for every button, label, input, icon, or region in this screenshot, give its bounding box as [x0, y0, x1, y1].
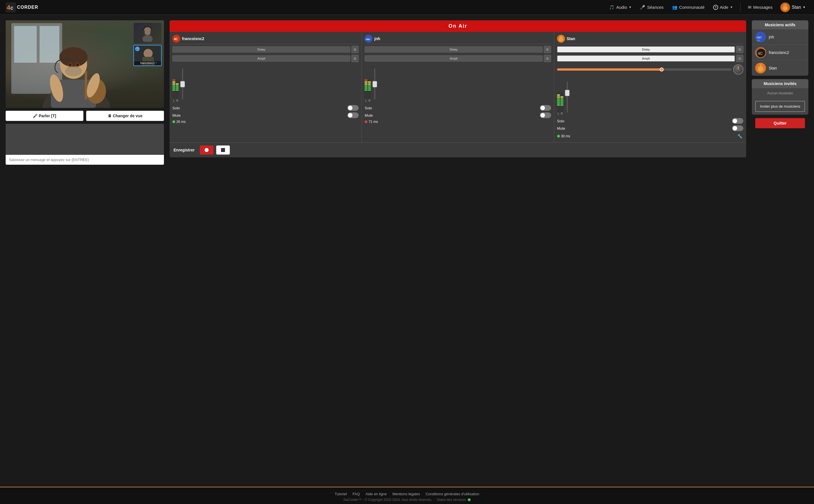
- channel-1-fader[interactable]: [180, 66, 185, 102]
- thumbnail-1[interactable]: [133, 23, 162, 44]
- channel-3-fader[interactable]: [565, 79, 570, 115]
- channel-2-delay-btn[interactable]: Delay: [364, 46, 542, 53]
- channel-1-avatar: 4C: [172, 35, 180, 43]
- channel-3-mute-row: Mute: [557, 125, 743, 131]
- main-content: 🎤 ★☆ francoisnc2 🎤 Parler [T] 🖥 Changer …: [0, 15, 814, 487]
- channel-1-solo-toggle[interactable]: [347, 105, 359, 111]
- footer-link-faq[interactable]: FAQ: [352, 492, 360, 496]
- nav-seances[interactable]: 🎤 Séances: [637, 3, 667, 12]
- channel-1-ampli-gear[interactable]: ⚙: [351, 55, 359, 62]
- vu-col-R3: [561, 78, 563, 112]
- nav-divider: [740, 3, 741, 12]
- channel-3-mute-label: Mute: [557, 126, 565, 131]
- footer-copyright-text: NuCorder™ - © Copyright 2015-2024, tous …: [343, 498, 432, 502]
- channel-2-mute-toggle[interactable]: [540, 112, 551, 118]
- svg-rect-27: [150, 31, 153, 34]
- channel-2-solo-row: Solo: [364, 105, 551, 111]
- invite-musicians-btn[interactable]: Inviter plus de musiciens: [755, 101, 805, 112]
- channel-3-delay-gear[interactable]: ⚙: [736, 46, 743, 53]
- channel-1-mute-toggle[interactable]: [347, 112, 359, 118]
- channel-3-solo-toggle[interactable]: [732, 118, 743, 124]
- channel-3-latency-value: 30 ms: [561, 134, 570, 138]
- change-view-button[interactable]: 🖥 Changer de vue: [86, 111, 164, 121]
- channel-1-ampli-btn[interactable]: Ampli: [172, 55, 350, 62]
- nav-items: 🎵 Audio ▼ 🎤 Séances 👥 Communauté ? Aide …: [606, 1, 808, 13]
- channel-1-solo-handle: [348, 106, 352, 110]
- on-air-bar: On Air: [170, 20, 746, 32]
- active-musicians-title: Musiciens actifs: [752, 20, 808, 29]
- footer-link-conditions[interactable]: Conditions générales d'utilisation: [426, 492, 479, 496]
- record-bar: Enregistrer: [170, 142, 746, 157]
- channel-3-fader-handle[interactable]: [565, 90, 570, 96]
- channel-1-delay-gear[interactable]: ⚙: [351, 46, 359, 53]
- channel-3-ampli-gear[interactable]: ⚙: [736, 55, 743, 62]
- nav-user[interactable]: Stan ▼: [778, 1, 808, 13]
- channel-3-pan-slider[interactable]: [557, 68, 732, 71]
- vu-label-R2: R: [368, 99, 371, 102]
- channel-3-ampli-btn[interactable]: Ampli: [557, 55, 735, 62]
- nav-communaute[interactable]: 👥 Communauté: [669, 3, 708, 12]
- channel-2-ampli-btn[interactable]: Ampli: [364, 55, 542, 62]
- mail-icon: ✉: [748, 5, 752, 10]
- channel-3-header: Stan: [557, 35, 743, 44]
- channel-2-solo-toggle[interactable]: [540, 105, 551, 111]
- nav-seances-label: Séances: [647, 5, 663, 10]
- channel-2-delay-gear[interactable]: ⚙: [544, 46, 551, 53]
- svg-point-29: [144, 49, 153, 58]
- record-start-btn[interactable]: [200, 145, 213, 155]
- channel-2-fx-row-1: Delay ⚙: [364, 46, 551, 53]
- thumbnail-francoisnc2[interactable]: 🎤 ★☆ francoisnc2: [133, 45, 162, 66]
- chat-input[interactable]: [6, 155, 164, 165]
- channel-1-delay-btn[interactable]: Delay: [172, 46, 350, 53]
- channel-2-mute-handle: [541, 113, 545, 118]
- channel-2-latency-row: 71 ms: [364, 120, 551, 124]
- user-name: Stan: [792, 5, 801, 10]
- vu-label-R3: R: [561, 112, 563, 115]
- app-name: CORDER: [17, 5, 38, 10]
- app-logo[interactable]: 4 C CORDER: [6, 2, 38, 12]
- channel-2-mute-row: Mute: [364, 112, 551, 118]
- footer-link-tutoriel[interactable]: Tutoriel: [335, 492, 347, 496]
- aide-chevron-icon: ▼: [730, 6, 733, 9]
- record-stop-btn[interactable]: [216, 145, 230, 155]
- channel-2-fader[interactable]: [372, 66, 377, 102]
- server-status-dot: [468, 498, 471, 501]
- footer-link-aide-en-ligne[interactable]: Aide en ligne: [365, 492, 386, 496]
- channel-2-fader-handle[interactable]: [372, 81, 377, 87]
- channel-3-rotary-knob[interactable]: [733, 64, 743, 75]
- channel-2-ampli-gear[interactable]: ⚙: [544, 55, 551, 62]
- talk-button[interactable]: 🎤 Parler [T]: [6, 111, 83, 121]
- footer-dash: -: [434, 498, 435, 502]
- channel-3-fx-row-1: Delay ⚙: [557, 46, 743, 53]
- invited-musicians-section: Musiciens invités Aucun musicien Inviter…: [752, 79, 808, 115]
- svg-point-25: [142, 35, 153, 42]
- nav-aide[interactable]: ? Aide ▼: [710, 3, 736, 12]
- channel-3-mute-toggle[interactable]: [732, 125, 743, 131]
- musician-francoisnc2-avatar: 4C: [755, 47, 766, 58]
- channel-3-vu-labels: L R: [557, 112, 563, 115]
- svg-text:4C: 4C: [174, 37, 178, 41]
- channel-3-solo-handle: [733, 119, 737, 123]
- channel-2-vu-meters: [364, 62, 371, 99]
- nav-messages-label: Messages: [753, 5, 772, 10]
- channel-3-latency-row: 30 ms 🔧: [557, 133, 743, 140]
- channel-francoisnc2: 4C francoisnc2 Delay ⚙ Ampli ⚙: [170, 32, 362, 142]
- right-panel: Musiciens actifs ole! sol jnh 4C: [752, 20, 808, 132]
- channel-3-delay-btn[interactable]: Delay: [557, 46, 735, 53]
- channel-3-wrench-btn[interactable]: 🔧: [737, 133, 743, 140]
- nav-audio-label: Audio: [616, 5, 627, 10]
- svg-rect-16: [85, 71, 87, 99]
- footer-link-mentions-legales[interactable]: Mentions légales: [392, 492, 420, 496]
- thumb-2-label: francoisnc2: [134, 61, 161, 65]
- nav-messages[interactable]: ✉ Messages: [744, 3, 776, 12]
- logo-icon: 4 C: [6, 2, 16, 12]
- vu-col-L1: [172, 65, 175, 99]
- channel-1-header: 4C francoisnc2: [172, 35, 359, 44]
- nav-audio[interactable]: 🎵 Audio ▼: [606, 3, 635, 12]
- channel-3-fx-row-2: Ampli ⚙: [557, 55, 743, 62]
- quit-btn[interactable]: Quitter: [755, 118, 805, 128]
- vu-col-R2: [368, 65, 371, 99]
- channel-1-fader-handle[interactable]: [180, 81, 185, 87]
- svg-point-48: [758, 65, 760, 67]
- channel-3-knob-area: [557, 64, 743, 75]
